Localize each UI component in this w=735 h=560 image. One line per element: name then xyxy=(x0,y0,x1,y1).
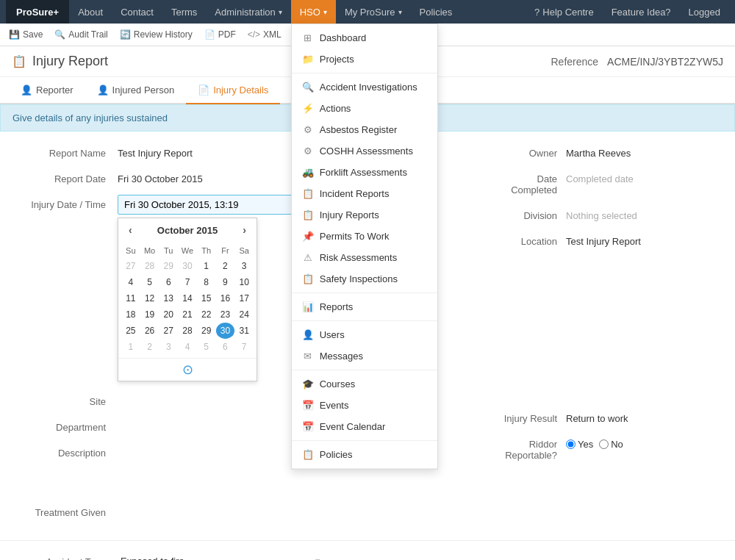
cal-day[interactable]: 7 xyxy=(178,274,197,290)
hso-dropdown-arrow: ▾ xyxy=(323,8,327,16)
hso-menu-messages[interactable]: ✉ Messages xyxy=(292,345,437,367)
xml-button[interactable]: </> XML xyxy=(248,29,282,40)
cal-day[interactable]: 22 xyxy=(197,306,216,323)
cal-day[interactable]: 17 xyxy=(234,290,254,306)
location-label: Location xyxy=(485,231,566,247)
xml-icon: </> xyxy=(248,29,260,40)
nav-feature-idea[interactable]: Feature Idea? xyxy=(603,0,680,24)
riddor-no-option[interactable]: No xyxy=(599,439,623,450)
tab-injury-details[interactable]: 📄 Injury Details xyxy=(186,77,280,104)
cal-day[interactable]: 5 xyxy=(140,274,159,290)
cal-day[interactable]: 2 xyxy=(140,339,159,355)
riddor-yes-radio[interactable] xyxy=(566,439,576,449)
nav-help[interactable]: ? Help Centre xyxy=(526,0,603,24)
nav-policies[interactable]: Policies xyxy=(411,0,462,24)
pdf-button[interactable]: 📄 PDF xyxy=(204,29,236,40)
hso-menu-policies[interactable]: 📋 Policies xyxy=(292,444,437,465)
save-button[interactable]: 💾 Save xyxy=(9,29,43,40)
hso-menu-forklift[interactable]: 🚜 Forklift Assessments xyxy=(292,162,437,183)
nav-administration[interactable]: Administration ▾ xyxy=(206,0,290,24)
hso-menu-asbestos[interactable]: ⚙ Asbestos Register xyxy=(292,119,437,140)
hso-menu-permits[interactable]: 📌 Permits To Work xyxy=(292,226,437,247)
cal-day[interactable]: 21 xyxy=(178,306,197,323)
cal-day-selected[interactable]: 30 xyxy=(216,323,235,339)
calendar-today-button[interactable]: ⊙ xyxy=(118,358,257,381)
cal-day[interactable]: 4 xyxy=(178,339,197,355)
cal-day[interactable]: 5 xyxy=(197,339,216,355)
safety-icon: 📋 xyxy=(302,273,314,284)
cal-day[interactable]: 4 xyxy=(121,274,140,290)
cal-day[interactable]: 18 xyxy=(121,306,140,323)
cal-day[interactable]: 26 xyxy=(140,323,159,339)
cal-day[interactable]: 8 xyxy=(197,274,216,290)
nav-logged[interactable]: Logged xyxy=(680,0,729,24)
cal-day[interactable]: 16 xyxy=(216,290,235,306)
cal-day[interactable]: 23 xyxy=(216,306,235,323)
injury-result-row: Injury Result Return to work xyxy=(485,409,720,424)
hso-menu-events[interactable]: 📅 Events xyxy=(292,395,437,416)
cal-day[interactable]: 6 xyxy=(216,339,235,355)
nav-terms[interactable]: Terms xyxy=(162,0,206,24)
nav-about[interactable]: About xyxy=(69,0,112,24)
cal-day[interactable]: 28 xyxy=(140,258,159,274)
tab-injured-person[interactable]: 👤 Injured Person xyxy=(85,77,187,104)
hso-menu-safety[interactable]: 📋 Safety Inspections xyxy=(292,268,437,290)
review-history-button[interactable]: 🔄 Review History xyxy=(120,29,193,40)
hso-menu-actions[interactable]: ⚡ Actions xyxy=(292,98,437,119)
cal-day[interactable]: 9 xyxy=(216,274,235,290)
hso-menu-users[interactable]: 👤 Users xyxy=(292,324,437,345)
hso-menu-accident-investigations[interactable]: 🔍 Accident Investigations xyxy=(292,76,437,98)
hso-menu-courses[interactable]: 🎓 Courses xyxy=(292,373,437,395)
cal-prev-button[interactable]: ‹ xyxy=(124,223,137,237)
cal-day[interactable]: 3 xyxy=(234,258,254,274)
cal-day[interactable]: 7 xyxy=(234,339,254,355)
tab-reporter[interactable]: 👤 Reporter xyxy=(9,77,85,104)
hso-menu-coshh[interactable]: ⚙ COSHH Assessments xyxy=(292,140,437,162)
nav-myprosure[interactable]: My ProSure ▾ xyxy=(336,0,411,24)
cal-day[interactable]: 1 xyxy=(197,258,216,274)
nav-hso[interactable]: HSO ▾ xyxy=(291,0,336,24)
nav-contact[interactable]: Contact xyxy=(112,0,162,24)
cal-day[interactable]: 14 xyxy=(178,290,197,306)
injury-result-value: Return to work xyxy=(566,409,720,424)
hso-menu-projects[interactable]: 📁 Projects xyxy=(292,49,437,70)
cal-day[interactable]: 15 xyxy=(197,290,216,306)
cal-day[interactable]: 1 xyxy=(121,339,140,355)
audit-trail-button[interactable]: 🔍 Audit Trail xyxy=(54,29,107,40)
hso-menu-event-calendar[interactable]: 📅 Event Calendar xyxy=(292,416,437,437)
right-panel: Owner Martha Reeves DateCompleted Comple… xyxy=(485,143,720,528)
hso-menu-dashboard[interactable]: ⊞ Dashboard xyxy=(292,27,437,49)
cal-day[interactable]: 12 xyxy=(140,290,159,306)
cal-day[interactable]: 24 xyxy=(234,306,254,323)
cal-day[interactable]: 13 xyxy=(159,290,178,306)
cal-day[interactable]: 6 xyxy=(159,274,178,290)
admin-dropdown-arrow: ▾ xyxy=(279,8,282,16)
treatment-value xyxy=(118,503,456,507)
hso-menu-risk[interactable]: ⚠ Risk Assessments xyxy=(292,247,437,268)
cal-day[interactable]: 27 xyxy=(121,258,140,274)
cal-day[interactable]: 25 xyxy=(121,323,140,339)
brand-label: ProSure+ xyxy=(16,7,59,18)
cal-next-button[interactable]: › xyxy=(238,223,251,237)
hso-menu-section5: 🎓 Courses 📅 Events 📅 Event Calendar xyxy=(292,370,437,441)
cal-day[interactable]: 27 xyxy=(159,323,178,339)
cal-day[interactable]: 30 xyxy=(178,258,197,274)
cal-day[interactable]: 10 xyxy=(234,274,254,290)
cal-day[interactable]: 28 xyxy=(178,323,197,339)
brand-logo[interactable]: ProSure+ xyxy=(6,0,69,24)
riddor-yes-option[interactable]: Yes xyxy=(566,439,593,450)
cal-day[interactable]: 29 xyxy=(159,258,178,274)
cal-day[interactable]: 3 xyxy=(159,339,178,355)
hso-menu-injury-reports[interactable]: 📋 Injury Reports xyxy=(292,204,437,226)
cal-day[interactable]: 11 xyxy=(121,290,140,306)
cal-day[interactable]: 20 xyxy=(159,306,178,323)
accident-type-select[interactable]: Exposed to fire ▾ xyxy=(118,553,323,560)
cal-day[interactable]: 29 xyxy=(197,323,216,339)
audit-icon: 🔍 xyxy=(54,29,65,40)
hso-menu-reports[interactable]: 📊 Reports xyxy=(292,296,437,317)
cal-day[interactable]: 19 xyxy=(140,306,159,323)
riddor-no-radio[interactable] xyxy=(599,439,609,449)
cal-day[interactable]: 2 xyxy=(216,258,235,274)
hso-menu-incident-reports[interactable]: 📋 Incident Reports xyxy=(292,183,437,204)
cal-day[interactable]: 31 xyxy=(234,323,254,339)
